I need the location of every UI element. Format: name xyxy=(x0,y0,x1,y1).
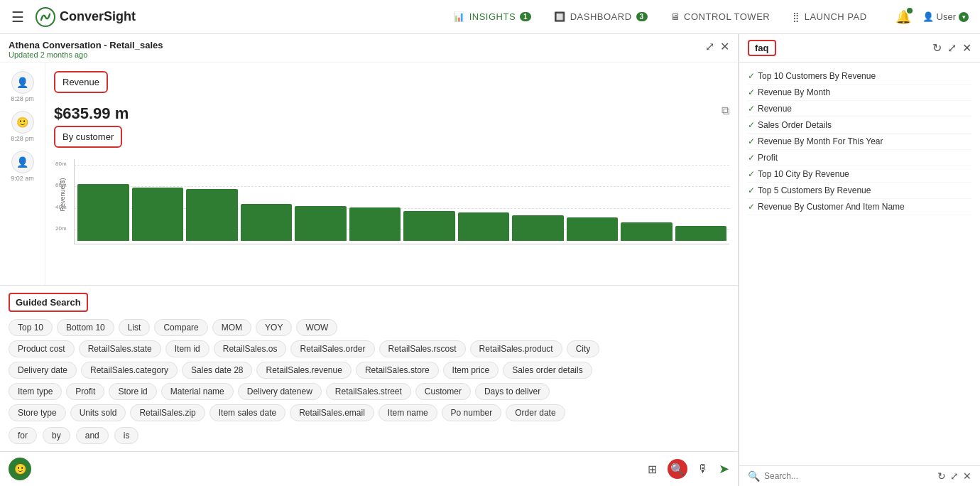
bot-avatar[interactable]: 🙂 xyxy=(9,458,31,480)
tag-material-name[interactable]: Material name xyxy=(161,383,234,400)
connector-for[interactable]: for xyxy=(9,427,37,444)
tag-item-type[interactable]: Item type xyxy=(9,383,62,400)
faq-panel: faq ↻ ⤢ ✕ ✓Top 10 Customers By Revenue✓R… xyxy=(739,34,980,486)
connector-by[interactable]: by xyxy=(43,427,70,444)
tag-bottom-10[interactable]: Bottom 10 xyxy=(57,319,114,336)
tag-compare[interactable]: Compare xyxy=(154,319,207,336)
tag-retailsales.store[interactable]: RetailSales.store xyxy=(356,362,439,379)
nav-item-launch-pad[interactable]: ⣿ LAUNCH PAD xyxy=(793,11,866,22)
tag-customer[interactable]: Customer xyxy=(415,383,471,400)
table-icon[interactable]: ⊞ xyxy=(642,459,662,479)
faq-item-6[interactable]: ✓Top 10 City By Revenue xyxy=(748,166,971,183)
faq-expand-icon[interactable]: ⤢ xyxy=(947,41,957,55)
send-button[interactable]: ➤ xyxy=(719,461,729,477)
close-icon[interactable]: ✕ xyxy=(720,40,729,53)
chart-bar-0 xyxy=(77,184,129,241)
tag-store-type[interactable]: Store type xyxy=(9,404,66,421)
faq-search-input[interactable] xyxy=(764,471,933,481)
connector-and[interactable]: and xyxy=(76,427,109,444)
tag-retailsales.zip[interactable]: RetailSales.zip xyxy=(130,404,205,421)
tag-mom[interactable]: MOM xyxy=(212,319,251,336)
faq-item-7[interactable]: ✓Top 5 Customers By Revenue xyxy=(748,183,971,199)
user-menu[interactable]: 👤 User ▾ xyxy=(922,11,969,22)
timeline-item-2: 🙂 8:28 pm xyxy=(11,111,34,151)
tag-product-cost[interactable]: Product cost xyxy=(9,340,75,357)
faq-item-1[interactable]: ✓Revenue By Month xyxy=(748,85,971,101)
faq-check-icon: ✓ xyxy=(748,169,755,179)
tag-retailsales.state[interactable]: RetailSales.state xyxy=(79,340,161,357)
faq-header-actions: ↻ ⤢ ✕ xyxy=(932,41,971,55)
tag-retailsales.revenue[interactable]: RetailSales.revenue xyxy=(256,362,351,379)
chart-bar-11 xyxy=(675,226,727,241)
tag-sales-order-details[interactable]: Sales order details xyxy=(503,362,592,379)
faq-header: faq ↻ ⤢ ✕ xyxy=(739,34,980,63)
nav-item-insights[interactable]: 📊 INSIGHTS 1 xyxy=(453,11,531,22)
tag-retailsales.street[interactable]: RetailSales.street xyxy=(326,383,411,400)
tag-yoy[interactable]: YOY xyxy=(256,319,292,336)
conv-subtitle: Updated 2 months ago xyxy=(9,50,163,59)
faq-item-label: Top 5 Customers By Revenue xyxy=(758,185,871,195)
tag-city[interactable]: City xyxy=(567,340,600,357)
faq-check-icon: ✓ xyxy=(748,185,755,195)
faq-item-4[interactable]: ✓Revenue By Month For This Year xyxy=(748,134,971,150)
tag-item-sales-date[interactable]: Item sales date xyxy=(209,404,285,421)
faq-item-0[interactable]: ✓Top 10 Customers By Revenue xyxy=(748,68,971,85)
chart-ylabel: Revenue($) xyxy=(59,178,66,211)
main-layout: Athena Conversation - Retail_sales Updat… xyxy=(0,34,980,486)
tag-retailsales.order[interactable]: RetailSales.order xyxy=(290,340,374,357)
tag-top-10[interactable]: Top 10 xyxy=(9,319,53,336)
tag-retailsales.product[interactable]: RetailSales.product xyxy=(470,340,562,357)
faq-search-expand-icon[interactable]: ⤢ xyxy=(950,470,959,482)
mic-icon[interactable]: 🎙 xyxy=(693,459,713,479)
tag-retailsales.email[interactable]: RetailSales.email xyxy=(290,404,374,421)
tag-item-id[interactable]: Item id xyxy=(165,340,209,357)
tag-store-id[interactable]: Store id xyxy=(109,383,156,400)
tag-retailsales.os[interactable]: RetailSales.os xyxy=(214,340,287,357)
faq-close-icon[interactable]: ✕ xyxy=(962,41,971,55)
faq-item-8[interactable]: ✓Revenue By Customer And Item Name xyxy=(748,199,971,215)
conv-body: 👤 8:28 pm 🙂 8:28 pm 👤 9:02 am Revenue ⧉ … xyxy=(0,63,738,285)
timeline-item-1: 👤 8:28 pm xyxy=(11,71,34,111)
expand-icon[interactable]: ⤢ xyxy=(705,40,714,53)
faq-item-2[interactable]: ✓Revenue xyxy=(748,101,971,117)
timeline: 👤 8:28 pm 🙂 8:28 pm 👤 9:02 am xyxy=(0,63,45,285)
tag-units-sold[interactable]: Units sold xyxy=(70,404,126,421)
query-bubble-1[interactable]: Revenue xyxy=(54,71,108,93)
faq-search-close-icon[interactable]: ✕ xyxy=(963,470,971,482)
chat-input[interactable] xyxy=(37,464,636,475)
query-bubble-2[interactable]: By customer xyxy=(54,126,122,148)
dashboard-icon: 🔲 xyxy=(554,11,566,22)
faq-item-label: Sales Order Details xyxy=(758,120,832,130)
time-2: 8:28 pm xyxy=(11,135,34,142)
tag-po-number[interactable]: Po number xyxy=(442,404,502,421)
tag-delivery-datenew[interactable]: Delivery datenew xyxy=(238,383,322,400)
copy-icon[interactable]: ⧉ xyxy=(722,104,729,117)
tag-item-name[interactable]: Item name xyxy=(379,404,437,421)
tag-delivery-date[interactable]: Delivery date xyxy=(9,362,77,379)
result-section: ⧉ $635.99 m xyxy=(54,104,729,123)
tag-retailsales.rscost[interactable]: RetailSales.rscost xyxy=(379,340,466,357)
hamburger-icon[interactable]: ☰ xyxy=(11,9,24,26)
tag-sales-date-28[interactable]: Sales date 28 xyxy=(182,362,252,379)
tag-item-price[interactable]: Item price xyxy=(443,362,499,379)
search-active-icon[interactable]: 🔍 xyxy=(668,459,687,479)
tag-list[interactable]: List xyxy=(119,319,151,336)
tag-retailsales.category[interactable]: RetailSales.category xyxy=(81,362,178,379)
conv-input-bar: 🙂 ⊞ 🔍 🎙 ➤ xyxy=(0,451,738,486)
faq-item-3[interactable]: ✓Sales Order Details xyxy=(748,117,971,134)
tag-wow[interactable]: WOW xyxy=(296,319,337,336)
time-3: 9:02 am xyxy=(11,175,34,182)
tag-order-date[interactable]: Order date xyxy=(506,404,565,421)
faq-search-refresh-icon[interactable]: ↻ xyxy=(937,470,946,482)
faq-refresh-icon[interactable]: ↻ xyxy=(932,41,942,55)
nav-label-launch-pad: LAUNCH PAD xyxy=(805,11,867,22)
tag-days-to-deliver[interactable]: Days to deliver xyxy=(475,383,550,400)
tag-profit[interactable]: Profit xyxy=(66,383,104,400)
nav-item-dashboard[interactable]: 🔲 DASHBOARD 3 xyxy=(554,11,647,22)
faq-item-label: Top 10 Customers By Revenue xyxy=(758,71,876,81)
connector-is[interactable]: is xyxy=(114,427,139,444)
nav-item-control-tower[interactable]: 🖥 CONTROL TOWER xyxy=(670,11,771,22)
tag-row-fields-2: Delivery dateRetailSales.categorySales d… xyxy=(9,362,729,379)
faq-item-5[interactable]: ✓Profit xyxy=(748,150,971,166)
notifications-bell-icon[interactable]: 🔔 xyxy=(895,9,911,25)
